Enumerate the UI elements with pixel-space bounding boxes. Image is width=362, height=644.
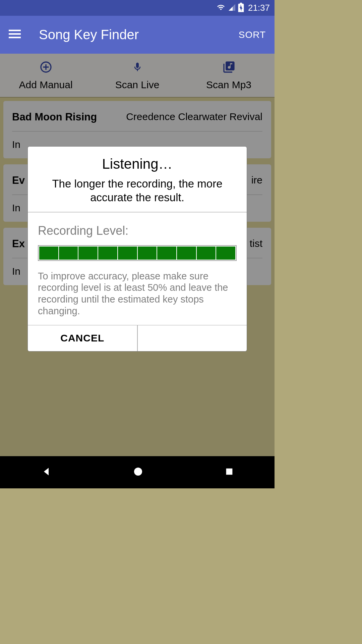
level-segment [138, 247, 157, 260]
level-segment [157, 247, 176, 260]
cancel-button[interactable]: CANCEL [28, 325, 138, 351]
level-segment [59, 247, 78, 260]
level-segment [78, 247, 98, 260]
level-segment [216, 247, 235, 260]
page-title: Song Key Finder [39, 27, 239, 42]
svg-rect-0 [9, 30, 21, 31]
home-icon[interactable] [133, 466, 143, 478]
dialog-title: Listening… [35, 156, 240, 172]
recording-level-bar [38, 245, 237, 261]
system-nav-bar [0, 456, 275, 488]
dialog-help-text: To improve accuracy, please make sure re… [38, 270, 237, 317]
level-segment [197, 247, 216, 260]
clock-text: 21:37 [248, 3, 270, 13]
back-icon[interactable] [41, 466, 52, 479]
recording-level-label: Recording Level: [38, 224, 237, 238]
svg-rect-1 [9, 33, 21, 35]
app-bar: Song Key Finder SORT [0, 16, 275, 54]
battery-charging-icon [238, 3, 244, 13]
sort-button[interactable]: SORT [239, 30, 266, 40]
svg-rect-2 [9, 37, 21, 38]
listening-dialog: Listening… The longer the recording, the… [27, 146, 247, 352]
wifi-icon [216, 3, 226, 13]
level-segment [177, 247, 196, 260]
dialog-empty-button[interactable] [138, 325, 247, 351]
menu-icon[interactable] [9, 30, 21, 40]
svg-point-3 [134, 468, 142, 476]
recent-icon[interactable] [225, 467, 234, 478]
signal-icon [228, 3, 236, 13]
level-segment [118, 247, 137, 260]
level-segment [98, 247, 117, 260]
svg-rect-4 [226, 469, 233, 475]
status-bar: 21:37 [0, 0, 275, 16]
dialog-subtitle: The longer the recording, the more accur… [35, 177, 240, 205]
level-segment [39, 247, 58, 260]
